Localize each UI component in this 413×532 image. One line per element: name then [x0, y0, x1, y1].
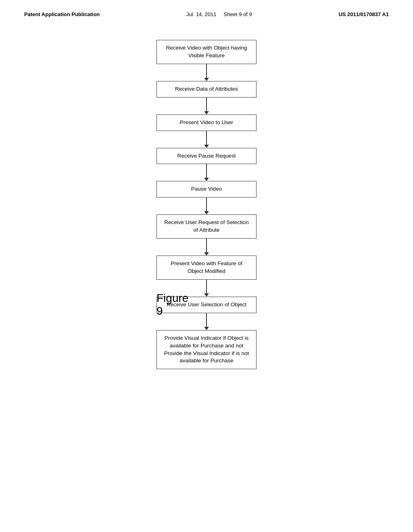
- header-sheet: Sheet 9 of 9: [224, 11, 252, 17]
- flowbox-4: Receive Pause Request: [156, 148, 257, 164]
- arrow-head: [204, 211, 209, 214]
- diagram-area: Receive Video with Object having Visible…: [0, 24, 413, 369]
- arrow-line: [206, 239, 207, 252]
- arrow-4: [204, 164, 209, 181]
- arrow-head: [204, 252, 209, 256]
- arrow-head: [204, 78, 209, 81]
- arrow-head: [204, 111, 209, 114]
- arrow-2: [204, 98, 209, 114]
- flowbox-9: Provide Visual Indicator if Object is av…: [156, 330, 257, 370]
- arrow-head: [204, 145, 209, 148]
- header: Patent Application Publication Jul. 14, …: [0, 0, 413, 24]
- arrow-1: [204, 64, 209, 81]
- arrow-head: [204, 327, 209, 330]
- flowbox-7: Present Video with Feature of Object Mod…: [156, 256, 257, 280]
- arrow-5: [204, 197, 209, 214]
- arrow-6: [204, 239, 209, 256]
- flowbox-2: Receive Data of Attributes: [156, 81, 257, 98]
- arrow-3: [204, 131, 209, 148]
- arrow-line: [206, 131, 207, 145]
- flowbox-1: Receive Video with Object having Visible…: [156, 40, 257, 64]
- flowbox-6: Receive User Request of Selection of Att…: [156, 214, 257, 239]
- flowbox-3: Present Video to User: [156, 114, 257, 131]
- arrow-line: [206, 197, 207, 211]
- figure-area: Receive User Selection of Object Figure …: [156, 297, 257, 313]
- flowbox-5: Pause Video: [156, 181, 257, 197]
- arrow-head: [204, 293, 209, 297]
- arrow-line: [206, 280, 207, 293]
- header-center: Jul. 14, 2011 Sheet 9 of 9: [186, 11, 252, 17]
- arrow-line: [206, 313, 207, 327]
- arrow-7: [204, 280, 209, 297]
- arrow-line: [206, 64, 207, 78]
- arrow-line: [206, 164, 207, 178]
- header-date: Jul. 14, 2011: [186, 11, 216, 17]
- arrow-head: [204, 178, 209, 181]
- arrow-line: [206, 98, 207, 111]
- arrow-8: [204, 313, 209, 330]
- header-right: US 2011/0170837 A1: [338, 11, 389, 17]
- figure-label: Figure 9: [156, 292, 192, 318]
- header-left: Patent Application Publication: [24, 11, 100, 17]
- page: Patent Application Publication Jul. 14, …: [0, 0, 413, 532]
- flow-wrapper: Receive Video with Object having Visible…: [156, 40, 257, 369]
